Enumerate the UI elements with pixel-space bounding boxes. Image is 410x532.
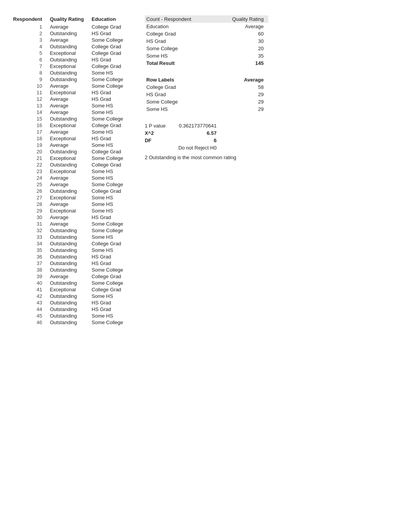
table-row: 25AverageSome College — [12, 181, 129, 188]
table-row: 11ExceptionalHS Grad — [12, 89, 129, 96]
col-respondent: Respondent — [12, 15, 48, 24]
col-quality-rating: Quality Rating — [48, 15, 90, 24]
table-row: 15OutstandingSome College — [12, 116, 129, 122]
table-row: 5ExceptionalCollege Grad — [12, 50, 129, 56]
table-row: College Grad58 — [145, 83, 268, 91]
left-table: Respondent Quality Rating Education 1Ave… — [12, 15, 129, 326]
table-row: 46OutstandingSome College — [12, 319, 129, 326]
table-row: 9OutstandingSome College — [12, 76, 129, 83]
table-row: 16ExceptionalCollege Grad — [12, 122, 129, 129]
stat-val-df: 6 — [170, 137, 217, 144]
table-row: 27ExceptionalSome HS — [12, 194, 129, 201]
stat-val-x2: 6.57 — [170, 129, 217, 137]
table-row: 1AverageCollege Grad — [12, 24, 129, 30]
table-row: 3AverageSome College — [12, 37, 129, 43]
stat-row-h0: Do not Reject H0 — [145, 144, 217, 151]
table-row: 14AverageSome HS — [12, 109, 129, 116]
left-table-body: 1AverageCollege Grad2OutstandingHS Grad3… — [12, 24, 129, 326]
table-row: 28AverageSome HS — [12, 201, 129, 207]
right-panels: Count - Respondent Quality Rating Educat… — [145, 15, 268, 160]
table-row: 12AverageHS Grad — [12, 96, 129, 102]
note-section: 2 Outstanding is the most common rating — [145, 155, 268, 160]
avg-col1-header: Row Labels — [145, 76, 218, 83]
avg-table-body: College Grad58HS Grad29Some College29Som… — [145, 83, 268, 113]
stat-row-x2: X^2 6.57 — [145, 129, 217, 137]
note-full: 2 Outstanding is the most common rating — [145, 155, 236, 160]
stat-row-df: DF 6 — [145, 137, 217, 144]
table-row: 40OutstandingSome College — [12, 280, 129, 286]
table-row: 4OutstandingCollege Grad — [12, 43, 129, 50]
total-row: Total Result145 — [145, 59, 268, 67]
table-row: 38OutstandingSome College — [12, 267, 129, 273]
table-row: 23ExceptionalSome HS — [12, 168, 129, 175]
table-row: Some College29 — [145, 98, 268, 105]
avg-panel: Row Labels Average College Grad58HS Grad… — [145, 76, 268, 113]
count-table-header: Count - Respondent Quality Rating Educat… — [145, 15, 268, 30]
stat-row-pvalue: 1 P value 0.362173770641 — [145, 122, 217, 129]
table-row: 35OutstandingSome HS — [12, 247, 129, 253]
table-row: 17AverageSome HS — [12, 129, 129, 135]
stat-label-pvalue: 1 P value — [145, 122, 170, 129]
table-row: 39AverageCollege Grad — [12, 273, 129, 280]
table-row: 13AverageSome HS — [12, 102, 129, 109]
stats-section: 1 P value 0.362173770641 X^2 6.57 DF 6 D… — [145, 122, 268, 151]
table-row: 43OutstandingHS Grad — [12, 299, 129, 306]
table-row: 31AverageSome College — [12, 221, 129, 227]
table-row: Some HS29 — [145, 105, 268, 113]
stat-label-df: DF — [145, 137, 170, 144]
table-row: 2OutstandingHS Grad — [12, 30, 129, 37]
table-row: 6OutstandingHS Grad — [12, 56, 129, 63]
left-table-header: Respondent Quality Rating Education — [12, 15, 129, 24]
table-row: 29ExceptionalSome HS — [12, 207, 129, 214]
table-row: 45OutstandingSome HS — [12, 313, 129, 319]
table-row: 7ExceptionalCollege Grad — [12, 63, 129, 70]
stat-val-pvalue: 0.362173770641 — [170, 122, 217, 129]
table-row: 26OutstandingCollege Grad — [12, 188, 129, 194]
table-row: 41ExceptionalCollege Grad — [12, 286, 129, 293]
table-row: Some HS35 — [145, 52, 268, 59]
count-table-body: College Grad60HS Grad30Some College20Som… — [145, 30, 268, 67]
table-row: 36OutstandingHS Grad — [12, 253, 129, 260]
table-row: 33OutstandingSome HS — [12, 234, 129, 240]
table-row: 18ExceptionalHS Grad — [12, 135, 129, 142]
count-panel: Count - Respondent Quality Rating Educat… — [145, 15, 268, 67]
table-row: 22OutstandingCollege Grad — [12, 161, 129, 168]
count-col1-header: Count - Respondent — [145, 15, 216, 23]
table-row: 30AverageHS Grad — [12, 214, 129, 221]
count-sub-header-val: Average — [216, 23, 268, 30]
table-row: HS Grad29 — [145, 91, 268, 98]
avg-col2-header: Average — [218, 76, 268, 83]
table-row: 34OutstandingCollege Grad — [12, 240, 129, 247]
table-row: 37OutstandingHS Grad — [12, 260, 129, 267]
table-row: 24AverageSome HS — [12, 175, 129, 181]
col-education: Education — [90, 15, 129, 24]
stat-label-h0: Do not Reject H0 — [145, 144, 217, 151]
main-layout: Respondent Quality Rating Education 1Ave… — [12, 15, 398, 326]
table-row: 21ExceptionalSome College — [12, 155, 129, 161]
table-row: College Grad60 — [145, 30, 268, 37]
stat-label-x2: X^2 — [145, 129, 170, 137]
count-sub-header: Education — [145, 23, 216, 30]
table-row: Some College20 — [145, 45, 268, 52]
table-row: 42OutstandingSome HS — [12, 293, 129, 299]
table-row: 8OutstandingSome HS — [12, 70, 129, 76]
table-row: HS Grad30 — [145, 37, 268, 45]
count-col2-header: Quality Rating — [216, 15, 268, 23]
table-row: 19AverageSome HS — [12, 142, 129, 148]
avg-table-header: Row Labels Average — [145, 76, 268, 83]
table-row: 10AverageSome College — [12, 83, 129, 89]
table-row: 20OutstandingCollege Grad — [12, 148, 129, 155]
table-row: 44OutstandingHS Grad — [12, 306, 129, 313]
table-row: 32OutstandingSome College — [12, 227, 129, 234]
